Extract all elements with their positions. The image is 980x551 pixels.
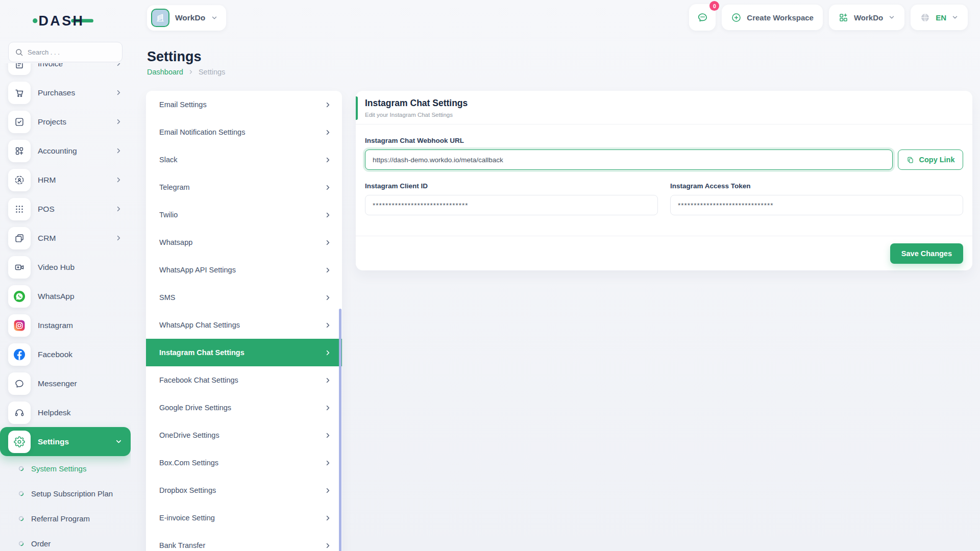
copy-icon [906,156,915,164]
sidebar-item-hrm[interactable]: HRM [0,165,131,194]
settings-nav-item-telegram[interactable]: Telegram [146,173,342,201]
sidebar-item-label: Video Hub [38,263,75,272]
settings-nav-label: Box.Com Settings [159,459,218,467]
language-dropdown[interactable]: EN [911,5,968,30]
dash-logo[interactable]: DASH [32,9,96,31]
access-token-input[interactable] [670,195,963,215]
create-workspace-button[interactable]: Create Workspace [722,5,823,30]
sidebar-item-crm[interactable]: CRM [0,223,131,253]
facebook-icon [8,343,31,366]
chevron-right-icon [324,487,332,494]
sidebar-subitem-system-settings[interactable]: System Settings [0,456,131,481]
workspace-dropdown[interactable]: WorkDo [829,5,904,30]
sidebar-item-facebook[interactable]: Facebook [0,340,131,369]
sidebar-subitem-order[interactable]: Order [0,531,131,551]
client-id-label: Instagram Client ID [365,182,658,190]
settings-nav-scrollbar[interactable] [339,309,341,551]
settings-nav-label: Email Settings [159,101,207,109]
settings-nav-item-email-settings[interactable]: Email Settings [146,91,342,118]
pos-icon [8,198,31,220]
sidebar-subitem-referral-program[interactable]: Referral Program [0,506,131,531]
sidebar-item-label: Instagram [38,321,73,330]
accounting-icon [8,140,31,162]
sidebar-item-messenger[interactable]: Messenger [0,369,131,398]
panel-title: Instagram Chat Settings [365,98,963,109]
settings-nav-item-box-com-settings[interactable]: Box.Com Settings [146,449,342,477]
settings-nav-label: Instagram Chat Settings [159,348,244,357]
settings-nav-label: Slack [159,156,177,164]
sidebar-item-label: WhatsApp [38,292,75,301]
language-label: EN [936,13,946,22]
settings-nav-item-twilio[interactable]: Twilio [146,201,342,229]
sidebar-item-label: Purchases [38,88,75,97]
sidebar-item-helpdesk[interactable]: Helpdesk [0,398,131,427]
gear-icon [8,431,31,453]
settings-nav-item-e-invoice-setting[interactable]: E-invoice Setting [146,504,342,532]
settings-nav-item-instagram-chat-settings[interactable]: Instagram Chat Settings [146,339,342,366]
settings-nav-item-slack[interactable]: Slack [146,146,342,173]
client-id-input[interactable] [365,195,658,215]
settings-nav-item-dropbox-settings[interactable]: Dropbox Settings [146,477,342,504]
sidebar-item-video-hub[interactable]: Video Hub [0,253,131,282]
panel-accent-bar [356,96,358,120]
workspace-switcher[interactable]: WorkDo [147,5,226,31]
sidebar-item-pos[interactable]: POS [0,194,131,223]
settings-nav-item-sms[interactable]: SMS [146,284,342,311]
chevron-down-icon [951,14,959,21]
search-input[interactable] [28,48,116,56]
chevron-right-icon [324,184,332,191]
sidebar-subitem-setup-subscription-plan[interactable]: Setup Subscription Plan [0,481,131,506]
breadcrumb: Dashboard Settings [147,68,225,76]
sidebar-item-label: Helpdesk [38,408,71,417]
breadcrumb-dashboard-link[interactable]: Dashboard [147,68,183,76]
sidebar-item-invoice[interactable]: Invoice [0,63,131,78]
chevron-right-icon [324,377,332,384]
settings-nav-item-facebook-chat-settings[interactable]: Facebook Chat Settings [146,366,342,394]
purchases-icon [8,82,31,104]
settings-nav-item-whatsapp[interactable]: Whatsapp [146,229,342,256]
settings-nav-item-google-drive-settings[interactable]: Google Drive Settings [146,394,342,421]
sidebar-menu: InvoicePurchasesProjectsAccountingHRMPOS… [0,63,131,551]
projects-icon [8,111,31,133]
sidebar-item-instagram[interactable]: Instagram [0,311,131,340]
sidebar-subitem-label: Setup Subscription Plan [31,489,113,498]
sidebar-item-accounting[interactable]: Accounting [0,136,131,165]
sidebar-item-label: Settings [38,437,69,446]
sidebar-subitem-label: Referral Program [31,514,90,523]
topbar-actions: 0 Create Workspace WorkDo [689,4,968,31]
sidebar-item-settings[interactable]: Settings [0,427,131,456]
settings-nav-label: Email Notification Settings [159,128,245,136]
chevron-right-icon [324,101,332,109]
grid-plus-icon [838,12,849,23]
chevron-right-icon [115,176,122,184]
settings-nav-label: OneDrive Settings [159,431,219,439]
sidebar-item-projects[interactable]: Projects [0,107,131,136]
helpdesk-icon [8,402,31,424]
chevron-right-icon [324,459,332,467]
settings-nav-card: Email SettingsEmail Notification Setting… [146,91,342,551]
settings-nav-label: E-invoice Setting [159,514,215,522]
sidebar-subitem-label: System Settings [31,464,86,473]
webhook-url-input[interactable] [365,149,893,170]
chevron-down-icon [211,14,218,21]
breadcrumb-current: Settings [199,68,225,76]
messages-badge: 0 [709,1,719,11]
bullet-icon [18,516,24,521]
settings-nav-item-whatsapp-chat-settings[interactable]: WhatsApp Chat Settings [146,311,342,339]
settings-nav-item-bank-transfer[interactable]: Bank Transfer [146,532,342,551]
save-changes-button[interactable]: Save Changes [890,243,963,264]
settings-nav-item-email-notification-settings[interactable]: Email Notification Settings [146,118,342,146]
sidebar-item-label: HRM [38,176,56,185]
sidebar-item-purchases[interactable]: Purchases [0,78,131,107]
chevron-right-icon [324,156,332,164]
chevron-right-icon [324,432,332,439]
settings-nav-label: Facebook Chat Settings [159,376,238,384]
copy-link-button[interactable]: Copy Link [898,149,963,170]
messages-button[interactable]: 0 [689,4,716,31]
sidebar-item-label: Projects [38,117,66,127]
chevron-right-icon [324,321,332,329]
settings-nav-item-onedrive-settings[interactable]: OneDrive Settings [146,421,342,449]
sidebar-item-whatsapp[interactable]: WhatsApp [0,282,131,311]
settings-nav-item-whatsapp-api-settings[interactable]: WhatsApp API Settings [146,256,342,284]
plus-circle-icon [731,12,742,23]
